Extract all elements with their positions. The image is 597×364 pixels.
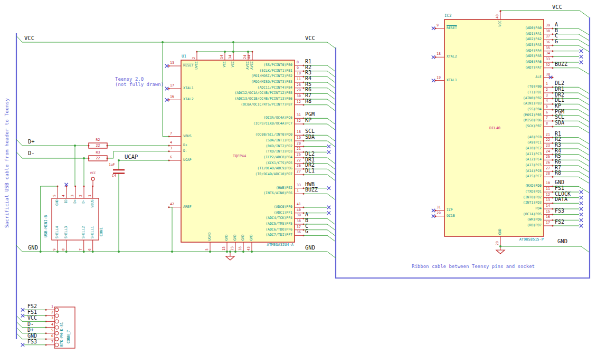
ic2-reference[interactable]: IC2 [444,14,452,18]
net-label-DR2[interactable]: DR2 [305,162,315,168]
junction-dot [40,251,42,253]
net-label-DL1[interactable]: DL1 [555,98,564,103]
net-label-SCL[interactable]: SCL [305,129,315,134]
net-label-vcc[interactable]: VCC [305,35,315,41]
net-label-DR1[interactable]: DR1 [555,87,564,92]
u1-reference[interactable]: U1 [182,54,186,59]
r2-value[interactable]: 22 [89,144,107,148]
net-label-ucap[interactable]: UCAP [125,154,138,160]
pin-name: D+ [73,199,77,217]
pin-number: 29 [297,89,301,92]
net-label-R3[interactable]: R3 [555,142,561,148]
net-label-FS1[interactable]: FS1 [27,310,37,315]
net-label-CLOCK[interactable]: CLOCK [555,191,571,197]
pin-name: (OC3A/OC4A)PC6 [213,116,292,120]
net-label-D+[interactable]: D+ [27,328,34,333]
net-label-R4[interactable]: R4 [305,76,311,81]
net-label-R6[interactable]: R6 [555,159,561,165]
pin-number: 23 [546,144,550,148]
net-label-DR1[interactable]: DR1 [305,157,315,162]
net-label-vcc[interactable]: VCC [552,4,562,10]
net-label-dplus[interactable]: D+ [28,139,35,145]
net-label-C[interactable]: C [305,224,308,229]
net-label-GND[interactable]: GND [555,180,564,185]
net-label-R3[interactable]: R3 [305,70,311,75]
net-label-SDA[interactable]: SDA [555,120,564,126]
net-label-GND[interactable]: GND [27,333,37,339]
con1-reference[interactable]: CON1 [100,227,103,236]
pin-name: (T0)PB0 [462,85,542,89]
note-teensy-line2[interactable]: (not fully drawn) [115,82,164,87]
net-label-A[interactable]: A [305,212,308,217]
net-label-HWB[interactable]: HWB [305,182,315,187]
net-label-gnd[interactable]: GND [305,245,315,251]
net-label-R6[interactable]: R6 [305,87,311,92]
net-label-R1[interactable]: R1 [305,59,311,64]
net-label-BUZZ[interactable]: BUZZ [305,187,318,193]
net-label-SDA[interactable]: SDA [305,135,315,140]
net-label-B[interactable]: B [555,28,558,33]
net-label-DL2[interactable]: DL2 [305,151,315,157]
net-label-R8[interactable]: R8 [305,99,311,104]
net-label-R7[interactable]: R7 [555,165,561,170]
c4-reference[interactable]: C4 [112,174,116,178]
net-label-PGM[interactable]: PGM [555,109,564,114]
net-label-gnd[interactable]: GND [557,238,567,244]
net-label-DR2[interactable]: DR2 [555,92,564,98]
r2-reference[interactable]: R2 [89,138,107,142]
net-label-KP[interactable]: KP [555,103,561,109]
wire [304,194,336,200]
note-teensy-line1[interactable]: Teensy 2.0 [115,77,144,82]
net-label-G[interactable]: G [555,39,558,44]
c4-value[interactable]: 1uF [109,163,115,167]
pin-number: 31 [437,206,441,209]
pin-name: (AD6)PA6 [462,60,542,64]
junction-dot [209,251,211,253]
net-label-FS2[interactable]: FS2 [555,219,564,225]
pin-number: 37 [297,225,301,229]
net-label-VCC[interactable]: VCC [27,315,37,321]
net-label-B[interactable]: B [305,218,308,223]
net-label-FS3[interactable]: FS3 [555,208,564,214]
pin-name: UVCC [195,61,198,78]
conn7-reference[interactable]: CONN_7 [67,330,71,343]
net-label-DL1[interactable]: DL1 [305,168,315,174]
net-label-R8[interactable]: R8 [555,170,561,176]
net-label-C[interactable]: C [555,33,558,39]
net-label-FS1[interactable]: FS1 [555,186,564,191]
pin-name: (A8)PC0 [462,136,542,139]
con1-value[interactable]: USB-MINI-B [44,215,48,237]
net-label-FS2[interactable]: FS2 [27,304,37,309]
note-sacrificial-usb[interactable]: Sacrificial USB cable from header to Tee… [4,98,10,228]
net-label-dminus[interactable]: D- [28,150,35,156]
net-label-R5[interactable]: R5 [305,82,311,87]
net-label-R5[interactable]: R5 [555,154,561,159]
net-label-PGM[interactable]: PGM [305,112,315,117]
u1-value[interactable]: ATMEGA32U4-A [227,243,293,247]
wire [304,235,336,242]
net-label-R4[interactable]: R4 [555,148,561,154]
net-label-FS3[interactable]: FS3 [27,339,37,344]
ground-symbol-icon [496,250,505,254]
note-ribbon-cable[interactable]: Ribbon cable between Teensy pins and soc… [412,264,535,269]
net-label-KP[interactable]: KP [305,118,311,123]
net-label-gnd[interactable]: GND [28,245,38,251]
pin-name: VBUS [183,135,192,138]
net-label-vcc[interactable]: VCC [24,35,34,41]
net-label-A[interactable]: A [555,22,558,27]
conn7-value[interactable]: B7K-PH-K-S1 [60,322,64,347]
net-label-BUZZ[interactable]: BUZZ [555,62,567,67]
net-label-DL2[interactable]: DL2 [555,81,564,86]
net-label-G[interactable]: G [305,229,308,234]
net-label-DATA[interactable]: DATA [555,197,567,202]
r3-value[interactable]: 22 [89,157,107,160]
pin-name: (A12)PC4 [462,158,542,161]
pin-number: 38 [546,30,550,33]
net-label-SCL[interactable]: SCL [555,114,564,120]
r3-reference[interactable]: R3 [89,151,107,155]
net-label-R7[interactable]: R7 [305,93,311,98]
net-label-R2[interactable]: R2 [555,137,561,142]
net-label-D-[interactable]: D- [27,322,34,327]
net-label-R2[interactable]: R2 [305,65,311,70]
net-label-R1[interactable]: R1 [555,131,561,137]
